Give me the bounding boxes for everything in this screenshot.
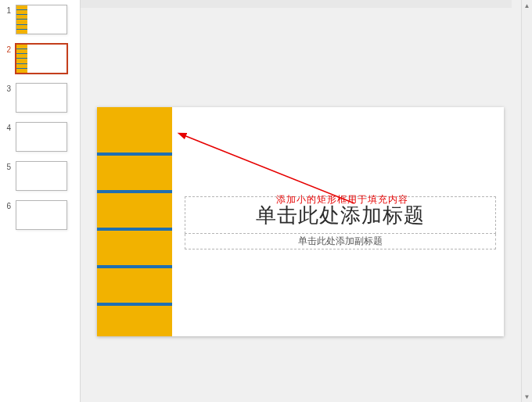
slide-preview xyxy=(16,122,67,152)
chevron-down-icon: ▼ xyxy=(524,393,530,400)
slide-thumbnail-4[interactable]: 4 xyxy=(0,122,80,161)
accent-bar xyxy=(97,153,172,156)
subtitle-placeholder[interactable]: 单击此处添加副标题 xyxy=(185,234,496,249)
slide-accent-strip xyxy=(16,5,27,34)
slide-thumbnail-1[interactable]: 1 xyxy=(0,5,80,44)
slide-number: 2 xyxy=(0,44,11,54)
slide-preview xyxy=(16,200,67,230)
chevron-up-icon: ▲ xyxy=(524,2,530,9)
slide-thumbnail-6[interactable]: 6 xyxy=(0,200,80,239)
slide-accent-column xyxy=(97,107,172,336)
accent-bar xyxy=(97,265,172,268)
slide-thumbnail-2[interactable]: 2 xyxy=(0,44,80,83)
accent-bar xyxy=(97,303,172,306)
title-placeholder[interactable]: 单击此处添加标题 xyxy=(185,196,496,234)
slide-number: 4 xyxy=(0,122,11,132)
slide-thumbnail-panel: 1 2 3 4 5 6 xyxy=(0,0,81,402)
vertical-scrollbar[interactable]: ▲ ▼ xyxy=(521,0,532,402)
slide-accent-strip xyxy=(16,45,27,73)
scroll-down-button[interactable]: ▼ xyxy=(522,391,532,402)
current-slide[interactable]: 单击此处添加标题 单击此处添加副标题 xyxy=(97,107,504,336)
accent-bar xyxy=(97,228,172,231)
slide-thumbnail-3[interactable]: 3 xyxy=(0,83,80,122)
slide-thumbnail-5[interactable]: 5 xyxy=(0,161,80,200)
slide-preview xyxy=(16,44,67,74)
scroll-up-button[interactable]: ▲ xyxy=(522,0,532,11)
slide-preview xyxy=(16,161,67,191)
slide-editor-area[interactable]: 单击此处添加标题 单击此处添加副标题 添加小的矩形框用于填充内容 xyxy=(81,0,521,402)
slide-number: 1 xyxy=(0,5,11,15)
slide-preview xyxy=(16,5,67,34)
slide-number: 5 xyxy=(0,161,11,171)
accent-bar xyxy=(97,190,172,193)
slide-preview xyxy=(16,83,67,113)
slide-number: 6 xyxy=(0,200,11,210)
slide-number: 3 xyxy=(0,83,11,93)
